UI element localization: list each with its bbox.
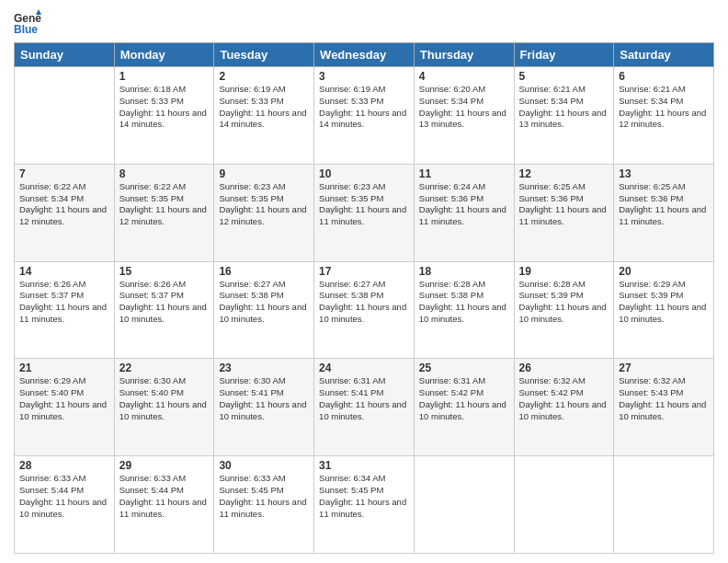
- day-info: Sunrise: 6:19 AMSunset: 5:33 PMDaylight:…: [219, 84, 306, 129]
- calendar-cell: [514, 456, 614, 554]
- calendar-cell: 9Sunrise: 6:23 AMSunset: 5:35 PMDaylight…: [214, 164, 314, 261]
- day-number: 12: [519, 167, 609, 180]
- calendar-cell: 12Sunrise: 6:25 AMSunset: 5:36 PMDayligh…: [514, 164, 614, 261]
- day-info: Sunrise: 6:24 AMSunset: 5:36 PMDaylight:…: [419, 181, 506, 226]
- day-number: 25: [419, 362, 509, 374]
- day-info: Sunrise: 6:34 AMSunset: 5:45 PMDaylight:…: [319, 473, 406, 518]
- weekday-wednesday: Wednesday: [314, 43, 415, 67]
- calendar-cell: 19Sunrise: 6:28 AMSunset: 5:39 PMDayligh…: [514, 261, 614, 359]
- calendar-cell: 4Sunrise: 6:20 AMSunset: 5:34 PMDaylight…: [414, 67, 514, 165]
- day-number: 29: [119, 459, 210, 472]
- day-number: 19: [519, 265, 609, 278]
- day-number: 9: [219, 167, 309, 180]
- calendar-table: SundayMondayTuesdayWednesdayThursdayFrid…: [14, 42, 714, 554]
- day-info: Sunrise: 6:33 AMSunset: 5:45 PMDaylight:…: [219, 473, 306, 518]
- calendar-cell: 29Sunrise: 6:33 AMSunset: 5:44 PMDayligh…: [114, 456, 214, 554]
- day-info: Sunrise: 6:22 AMSunset: 5:34 PMDaylight:…: [19, 181, 107, 226]
- day-info: Sunrise: 6:26 AMSunset: 5:37 PMDaylight:…: [119, 279, 207, 324]
- day-number: 27: [619, 362, 709, 374]
- day-number: 6: [619, 70, 709, 83]
- calendar-cell: 22Sunrise: 6:30 AMSunset: 5:40 PMDayligh…: [114, 359, 214, 456]
- day-info: Sunrise: 6:21 AMSunset: 5:34 PMDaylight:…: [519, 84, 607, 129]
- day-number: 20: [619, 265, 709, 278]
- day-number: 30: [219, 459, 309, 472]
- day-info: Sunrise: 6:27 AMSunset: 5:38 PMDaylight:…: [219, 279, 306, 324]
- day-info: Sunrise: 6:30 AMSunset: 5:41 PMDaylight:…: [219, 375, 306, 420]
- day-number: 7: [19, 167, 109, 180]
- calendar-cell: 30Sunrise: 6:33 AMSunset: 5:45 PMDayligh…: [214, 456, 314, 554]
- day-info: Sunrise: 6:33 AMSunset: 5:44 PMDaylight:…: [119, 473, 207, 518]
- calendar-cell: 24Sunrise: 6:31 AMSunset: 5:41 PMDayligh…: [314, 359, 415, 456]
- calendar-cell: 18Sunrise: 6:28 AMSunset: 5:38 PMDayligh…: [414, 261, 514, 359]
- day-info: Sunrise: 6:22 AMSunset: 5:35 PMDaylight:…: [119, 181, 207, 226]
- day-info: Sunrise: 6:26 AMSunset: 5:37 PMDaylight:…: [19, 279, 107, 324]
- weekday-tuesday: Tuesday: [214, 43, 314, 67]
- logo-icon: General Blue: [14, 9, 41, 37]
- logo: General Blue: [14, 9, 41, 37]
- day-number: 21: [19, 362, 109, 374]
- week-row-2: 14Sunrise: 6:26 AMSunset: 5:37 PMDayligh…: [15, 261, 714, 359]
- calendar-cell: 8Sunrise: 6:22 AMSunset: 5:35 PMDaylight…: [114, 164, 214, 261]
- calendar-cell: 16Sunrise: 6:27 AMSunset: 5:38 PMDayligh…: [214, 261, 314, 359]
- day-number: 2: [219, 70, 309, 83]
- day-number: 5: [519, 70, 609, 83]
- day-info: Sunrise: 6:19 AMSunset: 5:33 PMDaylight:…: [319, 84, 406, 129]
- day-number: 18: [419, 265, 509, 278]
- day-info: Sunrise: 6:29 AMSunset: 5:39 PMDaylight:…: [619, 279, 706, 324]
- day-info: Sunrise: 6:32 AMSunset: 5:42 PMDaylight:…: [519, 375, 607, 420]
- calendar-cell: [15, 67, 115, 165]
- day-number: 22: [119, 362, 210, 374]
- day-info: Sunrise: 6:27 AMSunset: 5:38 PMDaylight:…: [319, 279, 406, 324]
- day-number: 28: [19, 459, 109, 472]
- weekday-sunday: Sunday: [15, 43, 115, 67]
- week-row-3: 21Sunrise: 6:29 AMSunset: 5:40 PMDayligh…: [15, 359, 714, 456]
- day-number: 8: [119, 167, 210, 180]
- calendar-cell: 26Sunrise: 6:32 AMSunset: 5:42 PMDayligh…: [514, 359, 614, 456]
- calendar-cell: 6Sunrise: 6:21 AMSunset: 5:34 PMDaylight…: [614, 67, 714, 165]
- day-info: Sunrise: 6:32 AMSunset: 5:43 PMDaylight:…: [619, 375, 706, 420]
- calendar-cell: 10Sunrise: 6:23 AMSunset: 5:35 PMDayligh…: [314, 164, 415, 261]
- day-number: 4: [419, 70, 509, 83]
- day-number: 11: [419, 167, 509, 180]
- day-number: 3: [319, 70, 409, 83]
- day-number: 26: [519, 362, 609, 374]
- week-row-1: 7Sunrise: 6:22 AMSunset: 5:34 PMDaylight…: [15, 164, 714, 261]
- day-info: Sunrise: 6:33 AMSunset: 5:44 PMDaylight:…: [19, 473, 107, 518]
- day-number: 23: [219, 362, 309, 374]
- day-number: 16: [219, 265, 309, 278]
- day-info: Sunrise: 6:21 AMSunset: 5:34 PMDaylight:…: [619, 84, 706, 129]
- day-number: 14: [19, 265, 109, 278]
- day-number: 24: [319, 362, 409, 374]
- weekday-friday: Friday: [514, 43, 614, 67]
- calendar-cell: 11Sunrise: 6:24 AMSunset: 5:36 PMDayligh…: [414, 164, 514, 261]
- calendar-cell: 27Sunrise: 6:32 AMSunset: 5:43 PMDayligh…: [614, 359, 714, 456]
- calendar-cell: 17Sunrise: 6:27 AMSunset: 5:38 PMDayligh…: [314, 261, 415, 359]
- weekday-saturday: Saturday: [614, 43, 714, 67]
- calendar-cell: 15Sunrise: 6:26 AMSunset: 5:37 PMDayligh…: [114, 261, 214, 359]
- calendar-cell: 20Sunrise: 6:29 AMSunset: 5:39 PMDayligh…: [614, 261, 714, 359]
- day-info: Sunrise: 6:30 AMSunset: 5:40 PMDaylight:…: [119, 375, 207, 420]
- day-info: Sunrise: 6:20 AMSunset: 5:34 PMDaylight:…: [419, 84, 506, 129]
- calendar-cell: 14Sunrise: 6:26 AMSunset: 5:37 PMDayligh…: [15, 261, 115, 359]
- calendar-cell: 13Sunrise: 6:25 AMSunset: 5:36 PMDayligh…: [614, 164, 714, 261]
- day-number: 10: [319, 167, 409, 180]
- day-info: Sunrise: 6:31 AMSunset: 5:41 PMDaylight:…: [319, 375, 406, 420]
- day-info: Sunrise: 6:25 AMSunset: 5:36 PMDaylight:…: [519, 181, 607, 226]
- page: General Blue SundayMondayTuesdayWednesda…: [0, 0, 728, 563]
- calendar-cell: 28Sunrise: 6:33 AMSunset: 5:44 PMDayligh…: [15, 456, 115, 554]
- calendar-cell: [614, 456, 714, 554]
- day-number: 31: [319, 459, 409, 472]
- day-info: Sunrise: 6:18 AMSunset: 5:33 PMDaylight:…: [119, 84, 207, 129]
- day-info: Sunrise: 6:25 AMSunset: 5:36 PMDaylight:…: [619, 181, 706, 226]
- day-info: Sunrise: 6:23 AMSunset: 5:35 PMDaylight:…: [319, 181, 406, 226]
- calendar-cell: 1Sunrise: 6:18 AMSunset: 5:33 PMDaylight…: [114, 67, 214, 165]
- day-number: 1: [119, 70, 210, 83]
- calendar-cell: [414, 456, 514, 554]
- header: General Blue: [14, 9, 714, 37]
- calendar-cell: 7Sunrise: 6:22 AMSunset: 5:34 PMDaylight…: [15, 164, 115, 261]
- calendar-cell: 21Sunrise: 6:29 AMSunset: 5:40 PMDayligh…: [15, 359, 115, 456]
- week-row-0: 1Sunrise: 6:18 AMSunset: 5:33 PMDaylight…: [15, 67, 714, 165]
- day-info: Sunrise: 6:28 AMSunset: 5:38 PMDaylight:…: [419, 279, 506, 324]
- day-info: Sunrise: 6:29 AMSunset: 5:40 PMDaylight:…: [19, 375, 107, 420]
- svg-text:Blue: Blue: [14, 23, 38, 36]
